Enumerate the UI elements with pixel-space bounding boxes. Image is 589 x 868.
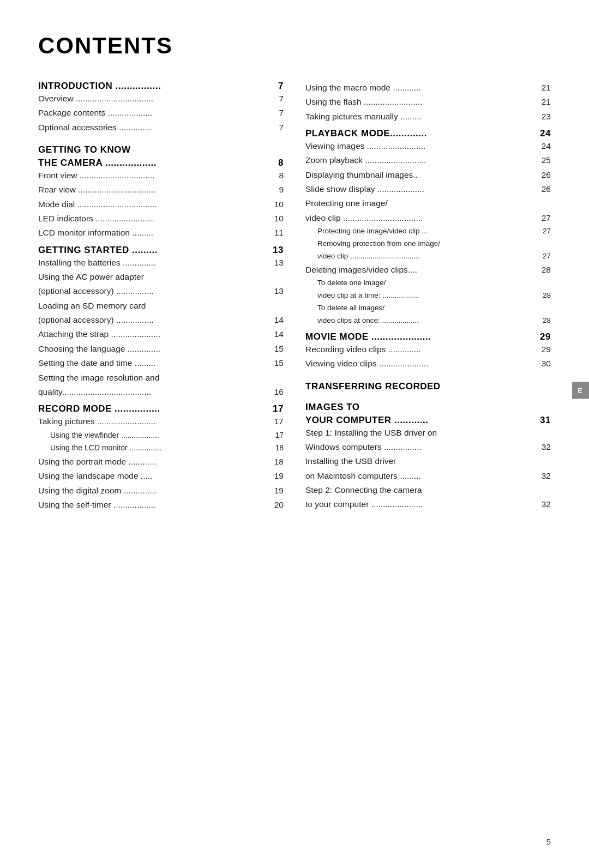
front-view-label: Front view .............................… xyxy=(38,168,279,183)
toc-delete-all-line2: video clips at once: .................. … xyxy=(305,315,551,327)
landscape-mode-page: 19 xyxy=(274,469,284,483)
landscape-mode-label: Using the landscape mode ..... xyxy=(38,469,274,483)
sd-card-label: (optional accessory) ................ xyxy=(38,313,274,327)
toc-step2-line2: to your computer ...................... … xyxy=(305,497,551,511)
toc-image-res-line1: Setting the image resolution and xyxy=(38,371,284,385)
movie-mode-heading-text: MOVIE MODE ..................... xyxy=(305,331,431,342)
pictures-manually-label: Taking pictures manually ......... xyxy=(305,110,542,124)
flash-label: Using the flash ........................… xyxy=(305,95,542,109)
page-tab: E xyxy=(572,382,589,399)
date-time-label: Setting the date and time ......... xyxy=(38,356,274,370)
toc-deleting: Deleting images/video clips.... 28 xyxy=(305,263,551,277)
protecting-one-label: Protecting one image/video clip ... xyxy=(317,225,543,238)
macro-mode-label: Using the macro mode ............ xyxy=(305,81,542,95)
camera-page: 8 xyxy=(278,158,284,168)
viewfinder-label: Using the viewfinder .................. xyxy=(50,429,275,442)
toc-delete-one-line1: To delete one image/ xyxy=(305,277,551,290)
toc-sd-card-line1: Loading an SD memory card xyxy=(38,299,284,313)
rear-view-page: 9 xyxy=(279,183,284,197)
section-record-mode-cont: Using the macro mode ............ 21 Usi… xyxy=(305,81,551,124)
mode-dial-page: 10 xyxy=(274,197,284,212)
your-computer-heading: YOUR COMPUTER ............ 31 xyxy=(305,415,551,426)
removing-label: video clip .............................… xyxy=(317,250,543,263)
toc-lcd-monitor-use: Using the LCD monitor ............... 18 xyxy=(38,442,284,455)
delete-all-label: video clips at once: .................. xyxy=(317,315,543,327)
camera-heading-text: THE CAMERA .................. xyxy=(38,158,157,168)
toc-step1-line1: Step 1: Installing the USB driver on xyxy=(305,426,551,440)
recording-clips-page: 29 xyxy=(542,342,551,357)
introduction-heading-text: INTRODUCTION ................ xyxy=(38,81,161,92)
installing-batteries-label: Installing the batteries .............. xyxy=(38,256,274,270)
overview-label: Overview ...............................… xyxy=(38,92,279,106)
section-getting-started: GETTING STARTED ......... 13 Installing … xyxy=(38,245,284,399)
toc-package-contents: Package contents ................... 7 xyxy=(38,106,284,120)
viewing-clips-label: Viewing video clips ....................… xyxy=(305,357,542,371)
your-computer-heading-text: YOUR COMPUTER ............ xyxy=(305,415,429,426)
lcd-monitor-label: LCD monitor information ......... xyxy=(38,226,274,240)
protecting-page: 27 xyxy=(542,211,551,225)
toc-ac-adapter-line2: (optional accessory) ................ 13 xyxy=(38,284,284,298)
windows-computers-label: Windows computers ................ xyxy=(305,440,542,454)
toc-viewfinder: Using the viewfinder .................. … xyxy=(38,429,284,442)
toc-protecting-line2: video clip .............................… xyxy=(305,211,551,225)
toc-mode-dial: Mode dial ..............................… xyxy=(38,197,284,212)
section-movie-mode: MOVIE MODE ..................... 29 Reco… xyxy=(305,331,551,371)
lcd-monitor-use-page: 18 xyxy=(275,442,284,455)
sd-card-page: 14 xyxy=(274,313,284,327)
delete-one-label: video clip at a time: .................. xyxy=(317,290,543,302)
section-getting-to-know: GETTING TO KNOW THE CAMERA .............… xyxy=(38,144,284,240)
thumbnail-label: Displaying thumbnail images.. xyxy=(305,168,542,182)
viewing-images-label: Viewing images ......................... xyxy=(305,139,542,153)
optional-accessories-page: 7 xyxy=(279,120,284,135)
taking-pictures-page: 17 xyxy=(274,414,284,429)
toc-installing-mac-line1: Installing the USB driver xyxy=(305,454,551,468)
toc-taking-pictures: Taking pictures ........................… xyxy=(38,414,284,429)
section-introduction: INTRODUCTION ................ 7 Overview… xyxy=(38,81,284,135)
movie-mode-heading: MOVIE MODE ..................... 29 xyxy=(305,331,551,342)
deleting-page: 28 xyxy=(542,263,551,277)
toc-digital-zoom: Using the digital zoom .............. 19 xyxy=(38,484,284,498)
toc-protecting-line1: Protecting one image/ xyxy=(305,196,551,210)
toc-optional-accessories: Optional accessories .............. 7 xyxy=(38,120,284,135)
language-label: Choosing the language .............. xyxy=(38,342,274,356)
deleting-label: Deleting images/video clips.... xyxy=(305,263,542,277)
toc-installing-mac-line2: on Macintosh computers ......... 32 xyxy=(305,469,551,483)
viewing-images-page: 24 xyxy=(542,139,551,153)
thumbnail-page: 26 xyxy=(542,168,551,182)
windows-computers-page: 32 xyxy=(542,440,551,454)
macro-mode-page: 21 xyxy=(542,81,551,95)
transferring-heading: TRANSFERRING RECORDED xyxy=(305,381,551,392)
zoom-playback-page: 25 xyxy=(542,153,551,167)
image-res-page: 16 xyxy=(274,385,284,399)
toc-protecting-one: Protecting one image/video clip ... 27 xyxy=(305,225,551,238)
package-contents-page: 7 xyxy=(279,106,284,120)
toc-portrait-mode: Using the portrait mode ............ 18 xyxy=(38,455,284,469)
section-transferring: TRANSFERRING RECORDED IMAGES TO YOUR COM… xyxy=(305,381,551,512)
image-res-label: quality.................................… xyxy=(38,385,274,399)
connecting-page: 32 xyxy=(542,497,551,511)
led-indicators-page: 10 xyxy=(274,212,284,226)
date-time-page: 15 xyxy=(274,356,284,370)
mac-computers-page: 32 xyxy=(542,469,551,483)
language-page: 15 xyxy=(274,342,284,356)
toc-language: Choosing the language .............. 15 xyxy=(38,342,284,356)
toc-led-indicators: LED indicators .........................… xyxy=(38,212,284,226)
toc-self-timer: Using the self-timer .................. … xyxy=(38,498,284,512)
self-timer-page: 20 xyxy=(274,498,284,512)
self-timer-label: Using the self-timer .................. xyxy=(38,498,274,512)
digital-zoom-page: 19 xyxy=(274,484,284,498)
toc-removing-line1: Removing protection from one image/ xyxy=(305,238,551,250)
toc-step1-line2: Windows computers ................ 32 xyxy=(305,440,551,454)
mac-computers-label: on Macintosh computers ......... xyxy=(305,469,542,483)
mode-dial-label: Mode dial ..............................… xyxy=(38,197,274,212)
your-computer-page: 31 xyxy=(540,415,551,426)
protecting-label: video clip .............................… xyxy=(305,211,542,225)
flash-page: 21 xyxy=(542,95,551,109)
section-record-mode: RECORD MODE ................ 17 Taking p… xyxy=(38,403,284,512)
record-mode-heading: RECORD MODE ................ 17 xyxy=(38,403,284,414)
slide-show-page: 26 xyxy=(542,182,551,196)
lcd-monitor-use-label: Using the LCD monitor ............... xyxy=(50,442,275,455)
toc-pictures-manually: Taking pictures manually ......... 23 xyxy=(305,110,551,124)
playback-mode-heading: PLAYBACK MODE............. 24 xyxy=(305,128,551,139)
slide-show-label: Slide show display .................... xyxy=(305,182,542,196)
